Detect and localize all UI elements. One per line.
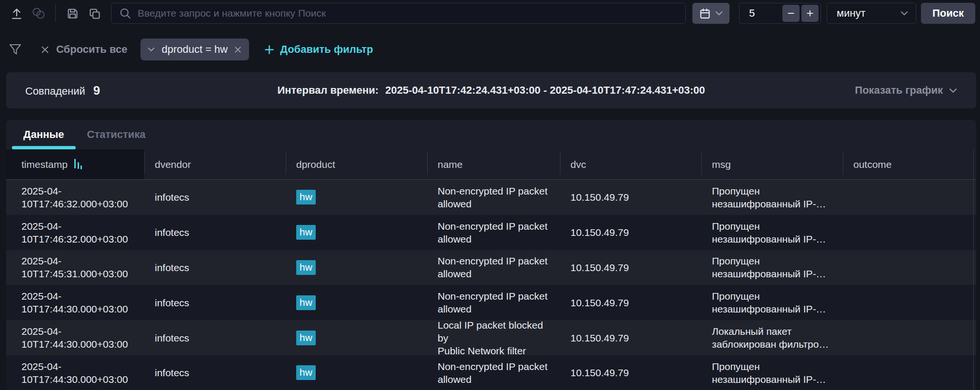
interval-unit-select[interactable]: минут — [827, 3, 916, 24]
cell-timestamp: 2025-04- 10T17:44:30.000+03:00 — [6, 360, 144, 386]
cell-msg: Пропущен незашифрованный IP-… — [701, 360, 843, 386]
add-filter-label: Добавить фильтр — [280, 43, 373, 56]
column-label: dproduct — [296, 159, 335, 170]
top-toolbar: 5 минут Поиск — [0, 0, 980, 25]
calendar-icon — [699, 8, 711, 20]
cell-dvendor: infotecs — [144, 296, 286, 309]
funnel-icon — [9, 43, 22, 56]
cell-timestamp: 2025-04- 10T17:46:32.000+03:00 — [6, 220, 144, 245]
chevron-down-icon[interactable] — [148, 47, 155, 52]
search-button[interactable]: Поиск — [921, 3, 975, 24]
plus-icon — [806, 10, 814, 17]
close-icon — [41, 46, 49, 54]
copy-icon — [88, 7, 101, 20]
upload-button[interactable] — [6, 4, 28, 23]
table-row[interactable]: 2025-04- 10T17:44:30.000+03:00 infotecs … — [6, 320, 976, 355]
highlighted-match: hw — [296, 295, 316, 310]
time-interval-label: Интервал времени: — [277, 84, 379, 97]
cell-dvc: 10.150.49.79 — [560, 226, 701, 239]
cell-dvendor: infotecs — [144, 366, 286, 379]
cell-dvc: 10.150.49.79 — [560, 296, 701, 309]
interval-unit-value: минут — [837, 7, 866, 20]
reset-all-filters-button[interactable]: Сбросить все — [41, 43, 127, 56]
column-label: timestamp — [21, 159, 68, 170]
column-header-dproduct[interactable]: dproduct — [286, 149, 427, 179]
highlighted-match: hw — [296, 190, 316, 205]
time-interval-range: 2025-04-10T17:42:24.431+03:00 - 2025-04-… — [385, 84, 705, 97]
increment-button[interactable] — [801, 5, 819, 22]
column-header-dvendor[interactable]: dvendor — [144, 149, 286, 179]
search-query-input[interactable] — [138, 8, 678, 19]
tab-data[interactable]: Данные — [12, 120, 76, 149]
cell-dvc: 10.150.49.79 — [560, 366, 701, 379]
linked-rings-button[interactable] — [28, 4, 50, 23]
column-header-dvc[interactable]: dvc — [560, 149, 701, 179]
save-icon — [66, 7, 79, 20]
column-header-name[interactable]: name — [427, 149, 560, 179]
cell-msg: Пропущен незашифрованный IP-… — [701, 220, 843, 245]
copy-query-button[interactable] — [83, 4, 105, 23]
highlighted-match: hw — [296, 225, 316, 240]
show-chart-toggle[interactable]: Показать график — [855, 84, 957, 97]
table-body: 2025-04- 10T17:46:32.000+03:00 infotecs … — [6, 180, 976, 390]
highlighted-match: hw — [296, 260, 316, 275]
filter-chip-label: dproduct = hw — [161, 43, 228, 56]
cell-dproduct: hw — [286, 331, 427, 345]
table-header-row: timestamp dvendor dproduct name dvc msg … — [6, 149, 976, 180]
toolbar-divider — [55, 5, 56, 22]
decrement-button[interactable] — [782, 5, 800, 22]
table-row[interactable]: 2025-04- 10T17:44:30.000+03:00 infotecs … — [6, 355, 976, 390]
chevron-down-icon — [715, 11, 723, 16]
interval-value[interactable]: 5 — [749, 7, 780, 20]
column-label: outcome — [853, 159, 892, 170]
reset-all-label: Сбросить все — [56, 43, 127, 56]
column-label: msg — [712, 159, 731, 170]
sort-bars-icon[interactable] — [74, 159, 82, 170]
cell-dproduct: hw — [286, 190, 427, 205]
save-query-button[interactable] — [61, 4, 83, 23]
column-label: dvc — [570, 159, 586, 170]
filter-chip-dproduct[interactable]: dproduct = hw — [140, 39, 249, 60]
filter-bar: Сбросить все dproduct = hw Добавить филь… — [0, 25, 980, 65]
cell-name: Non-encrypted IP packet allowed — [427, 360, 560, 386]
chevron-down-icon — [900, 11, 908, 16]
cell-msg: Пропущен незашифрованный IP-… — [701, 185, 843, 210]
column-header-timestamp[interactable]: timestamp — [6, 149, 144, 179]
cell-timestamp: 2025-04- 10T17:45:31.000+03:00 — [6, 254, 144, 280]
minus-icon — [787, 10, 795, 17]
calendar-dropdown-button[interactable] — [692, 3, 730, 24]
upload-icon — [10, 7, 23, 20]
cell-name: Local IP packet blocked by Public Networ… — [427, 319, 560, 357]
cell-dvc: 10.150.49.79 — [560, 191, 701, 204]
tab-statistics[interactable]: Статистика — [76, 120, 157, 149]
column-header-msg[interactable]: msg — [701, 149, 843, 179]
chevron-down-icon — [949, 88, 957, 93]
cell-timestamp: 2025-04- 10T17:44:30.000+03:00 — [6, 290, 144, 315]
add-filter-button[interactable]: Добавить фильтр — [264, 43, 373, 56]
cell-timestamp: 2025-04- 10T17:46:32.000+03:00 — [6, 185, 144, 210]
table-row[interactable]: 2025-04- 10T17:46:32.000+03:00 infotecs … — [6, 215, 976, 250]
table-row[interactable]: 2025-04- 10T17:45:31.000+03:00 infotecs … — [6, 250, 976, 285]
column-header-outcome[interactable]: outcome — [843, 149, 976, 179]
matches-label: Совпадений — [25, 85, 85, 98]
vertical-scrollbar[interactable] — [973, 149, 976, 390]
cell-dproduct: hw — [286, 295, 427, 310]
table-row[interactable]: 2025-04- 10T17:44:30.000+03:00 infotecs … — [6, 285, 976, 320]
cell-dvc: 10.150.49.79 — [560, 261, 701, 274]
table-row[interactable]: 2025-04- 10T17:46:32.000+03:00 infotecs … — [6, 180, 976, 215]
search-query-container — [111, 3, 686, 24]
remove-filter-icon[interactable] — [234, 46, 241, 53]
time-interval: Интервал времени: 2025-04-10T17:42:24.43… — [277, 84, 705, 97]
interval-value-stepper: 5 — [739, 3, 821, 24]
cell-dvendor: infotecs — [144, 226, 286, 239]
cell-dproduct: hw — [286, 225, 427, 240]
cell-dproduct: hw — [286, 260, 427, 275]
cell-msg: Пропущен незашифрованный IP-… — [701, 290, 843, 315]
cell-dvendor: infotecs — [144, 332, 286, 344]
highlighted-match: hw — [296, 365, 316, 380]
cell-dvc: 10.150.49.79 — [560, 332, 701, 344]
cell-timestamp: 2025-04- 10T17:44:30.000+03:00 — [6, 325, 144, 351]
cell-dproduct: hw — [286, 365, 427, 380]
cell-msg: Локальный пакет заблокирован фильтро… — [701, 325, 843, 351]
cell-name: Non-encrypted IP packet allowed — [427, 220, 560, 245]
